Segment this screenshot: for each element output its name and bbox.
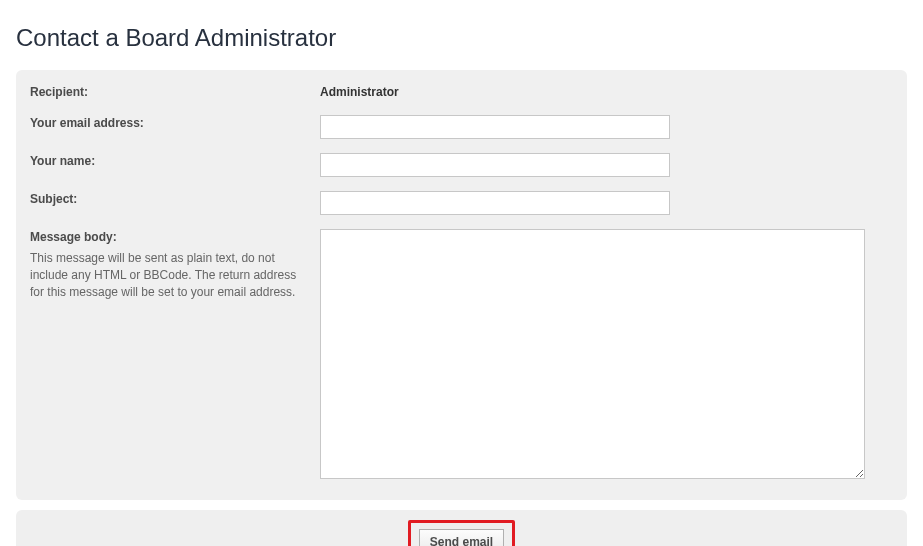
subject-field[interactable] — [320, 191, 670, 215]
page-title: Contact a Board Administrator — [16, 24, 907, 52]
subject-label: Subject: — [30, 191, 320, 208]
send-email-button[interactable]: Send email — [419, 529, 504, 546]
message-body-field[interactable] — [320, 229, 865, 479]
email-label: Your email address: — [30, 115, 320, 132]
email-field[interactable] — [320, 115, 670, 139]
name-field[interactable] — [320, 153, 670, 177]
name-label: Your name: — [30, 153, 320, 170]
recipient-label: Recipient: — [30, 84, 320, 101]
submit-highlight: Send email — [408, 520, 515, 546]
message-body-hint: This message will be sent as plain text,… — [30, 250, 300, 302]
recipient-value: Administrator — [320, 84, 893, 101]
contact-form-panel: Recipient: Administrator Your email addr… — [16, 70, 907, 500]
message-body-label: Message body: — [30, 230, 117, 244]
message-body-label-block: Message body: This message will be sent … — [30, 229, 320, 302]
submit-panel: Send email — [16, 510, 907, 546]
